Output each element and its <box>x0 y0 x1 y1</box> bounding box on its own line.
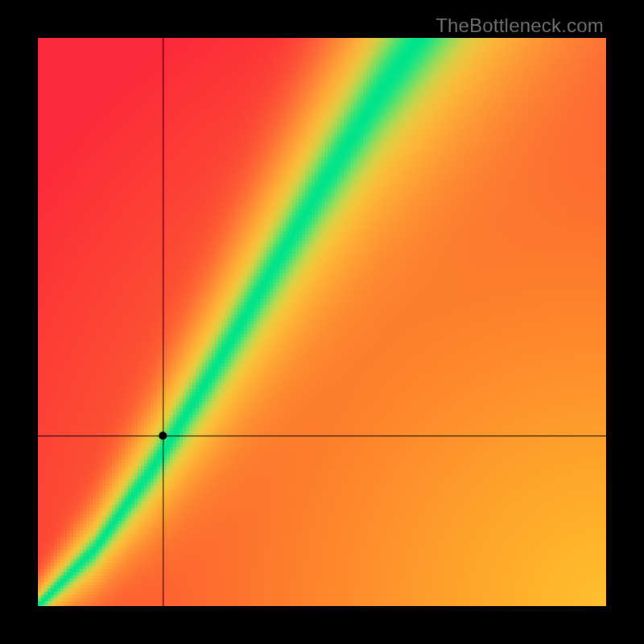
watermark-text: TheBottleneck.com <box>436 14 604 37</box>
chart-frame: TheBottleneck.com <box>0 0 644 644</box>
bottleneck-heatmap <box>38 38 606 606</box>
